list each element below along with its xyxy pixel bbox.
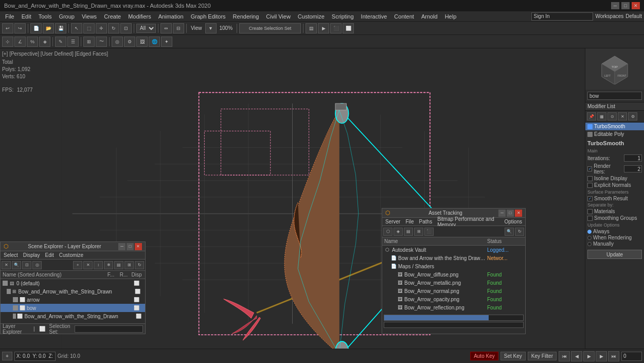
rendered-frame[interactable]: 🖼: [136, 37, 148, 47]
at-list-item[interactable]: 🖼 Bow_Arrow_metallic.png Found: [382, 279, 525, 287]
ts-iterations-input[interactable]: [624, 154, 642, 162]
menu-content[interactable]: Content: [391, 12, 417, 21]
schematic-view[interactable]: ⊞: [83, 37, 95, 47]
se-layer-explorer-label[interactable]: Layer Explorer: [3, 323, 27, 335]
at-close-button[interactable]: ✕: [515, 210, 522, 217]
frame-input[interactable]: [621, 352, 642, 361]
undo-button[interactable]: ↩: [2, 23, 13, 33]
menu-rendering[interactable]: Rendering: [230, 12, 262, 21]
snap-toggle[interactable]: ⊹: [2, 37, 13, 47]
ts-always-radio[interactable]: [587, 230, 592, 234]
se-list-item[interactable]: ⊞ Bow_and_Arrow_with_the_String_Drawn ⬜: [1, 287, 145, 296]
sign-in-input[interactable]: [531, 12, 593, 21]
se-list-item[interactable]: ⬜ arrow ⬜: [1, 296, 145, 304]
status-add-time[interactable]: +: [2, 352, 12, 360]
open-button[interactable]: 📂: [43, 23, 54, 33]
se-tb-local[interactable]: ⊡: [22, 261, 31, 269]
at-tb-3[interactable]: ▤: [404, 228, 413, 236]
menu-help[interactable]: Help: [442, 12, 460, 21]
scale-button[interactable]: ⊡: [120, 23, 132, 33]
material-editor-button[interactable]: ⬜: [343, 23, 354, 33]
mirror-button[interactable]: ⇔: [160, 23, 172, 33]
angle-snap[interactable]: ∠: [14, 37, 26, 47]
menu-file[interactable]: File: [2, 12, 17, 21]
show-end-result[interactable]: ▦: [597, 112, 606, 120]
at-menu-server[interactable]: Server: [383, 218, 402, 225]
remove-modifier[interactable]: ✕: [618, 112, 627, 120]
named-sel-sets[interactable]: ☰: [67, 37, 79, 47]
ts-update-button[interactable]: Update: [587, 250, 642, 259]
rotate-button[interactable]: ↻: [108, 23, 119, 33]
redo-button[interactable]: ↪: [14, 23, 26, 33]
ts-materials-check[interactable]: [587, 209, 593, 214]
se-tb-add-layer[interactable]: +: [73, 261, 82, 269]
at-list-item[interactable]: 🖼 Bow_Arrow_normal.png Found: [382, 287, 525, 295]
se-list-item[interactable]: ⬜ Bow_and_Arrow_with_the_String_Drawn ⬜: [1, 312, 145, 320]
se-tb-freeze[interactable]: ❄: [104, 261, 113, 269]
edit-named-sel[interactable]: ✎: [55, 37, 66, 47]
save-button[interactable]: 💾: [55, 23, 66, 33]
at-menu-paths[interactable]: Paths: [417, 218, 435, 225]
at-list-item[interactable]: 🖼 Bow_Arrow_reflection.png Found: [382, 303, 525, 312]
select-object-button[interactable]: ↖: [71, 23, 82, 33]
maximize-button[interactable]: □: [621, 2, 630, 9]
menu-civil-view[interactable]: Civil View: [263, 12, 293, 21]
ts-smoothing-check[interactable]: [587, 216, 593, 221]
at-tb-search[interactable]: 🔍: [505, 228, 514, 236]
at-list-item[interactable]: 🖼 Bow_Arrow_opacity.png Found: [382, 295, 525, 303]
curve-editor[interactable]: 〜: [96, 37, 107, 47]
minimize-button[interactable]: ─: [611, 2, 619, 9]
material-map-browser[interactable]: ◎: [112, 37, 123, 47]
ts-explicit-check[interactable]: [587, 183, 593, 188]
play-button[interactable]: ▶: [583, 351, 595, 361]
select-filter[interactable]: All: [136, 24, 156, 33]
spinner-snap[interactable]: ◈: [39, 37, 50, 47]
view-dropdown[interactable]: ▼: [205, 23, 217, 33]
at-list-item[interactable]: 📄 Maps / Shaders: [382, 262, 525, 270]
at-list-item[interactable]: 📄 Bow and Arrow with the String Drawn ma…: [382, 254, 525, 262]
at-tb-refresh[interactable]: ↻: [515, 228, 524, 236]
play-prev-frame[interactable]: ◀: [571, 351, 582, 361]
se-maximize[interactable]: □: [127, 243, 134, 250]
environment[interactable]: 🌐: [149, 37, 160, 47]
menu-graph-editors[interactable]: Graph Editors: [188, 12, 229, 21]
layer-button[interactable]: ▤: [306, 23, 317, 33]
se-tb-col[interactable]: ▤: [114, 261, 123, 269]
ts-isoline-check[interactable]: [587, 176, 593, 181]
se-tb-highlight[interactable]: ◎: [32, 261, 42, 269]
se-close[interactable]: ✕: [135, 243, 142, 250]
play-next-frame[interactable]: ▶: [596, 351, 607, 361]
new-scene-button[interactable]: 📄: [30, 23, 42, 33]
menu-arnold[interactable]: Arnold: [418, 12, 441, 21]
render-button[interactable]: ▶: [318, 23, 329, 33]
pin-stack-button[interactable]: 📌: [587, 112, 596, 120]
at-tb-5[interactable]: ⬛: [424, 228, 434, 236]
menu-edit[interactable]: Edit: [19, 12, 34, 21]
se-tb-del-layer[interactable]: ✕: [83, 261, 93, 269]
se-tb-expand[interactable]: ⊞: [124, 261, 134, 269]
play-next[interactable]: ⏭: [608, 351, 619, 361]
se-menu-select[interactable]: Select: [2, 252, 20, 258]
ts-render-items-input[interactable]: [624, 165, 642, 172]
se-menu-edit[interactable]: Edit: [43, 252, 56, 258]
modifier-editable-poly[interactable]: Editable Poly: [585, 130, 644, 138]
menu-group[interactable]: Group: [56, 12, 78, 21]
se-menu-customize[interactable]: Customize: [57, 252, 85, 258]
se-minimize[interactable]: ─: [118, 243, 126, 250]
menu-animation[interactable]: Animation: [155, 12, 187, 21]
se-tb-search[interactable]: 🔍: [12, 261, 21, 269]
render-setup[interactable]: ⚙: [124, 37, 135, 47]
status-coordinates[interactable]: [14, 352, 56, 361]
se-menu-display[interactable]: Display: [21, 252, 42, 258]
ts-render-items-check[interactable]: ✓: [587, 166, 592, 171]
menu-customize[interactable]: Customize: [295, 12, 328, 21]
ts-when-rendering-radio[interactable]: [587, 236, 592, 240]
move-button[interactable]: ✛: [96, 23, 107, 33]
se-list-item[interactable]: ⬜ bow ⬜: [1, 304, 145, 312]
se-list-item[interactable]: ▤ 0 (default) ⬜: [1, 279, 145, 287]
menu-views[interactable]: Views: [79, 12, 100, 21]
at-menu-options[interactable]: Options: [503, 218, 524, 225]
menu-interactive[interactable]: Interactive: [358, 12, 390, 21]
ts-manually-radio[interactable]: [587, 242, 592, 246]
configure-modifier[interactable]: ⚙: [628, 112, 637, 120]
